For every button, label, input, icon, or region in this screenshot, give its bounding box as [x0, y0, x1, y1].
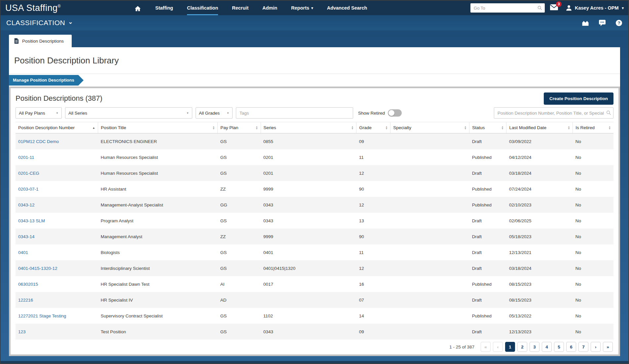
column-header-pay-plan[interactable]: Pay Plan▲▼ [218, 122, 261, 133]
manage-position-descriptions-ribbon[interactable]: Manage Position Descriptions [9, 75, 78, 86]
announcements-icon[interactable] [581, 19, 589, 26]
cell-pay-plan: GS [218, 133, 261, 150]
position-description-link[interactable]: 0203-07-1 [18, 187, 39, 192]
cell-position-title: Test Position [98, 324, 218, 340]
grades-value: All Grades [199, 111, 220, 116]
cell-last-modified-date: 07/24/2024 [506, 181, 573, 197]
cell-position-title: Human Resources Specialist [98, 165, 218, 181]
show-retired-control: Show Retired [358, 109, 402, 117]
column-header-grade[interactable]: Grade▲▼ [356, 122, 390, 133]
sort-icon: ▲▼ [385, 126, 388, 130]
pay-plans-filter[interactable]: All Pay Plans ▼ [16, 107, 62, 119]
cell-grade: 90 [356, 181, 390, 197]
cell-is-retired: No [573, 133, 613, 150]
page-button-7[interactable]: 7 [578, 342, 588, 352]
nav-item-staffing[interactable]: Staffing [155, 1, 173, 15]
position-description-link[interactable]: 0343-14 [18, 234, 35, 239]
column-header-series[interactable]: Series▲▼ [261, 122, 356, 133]
column-header-status[interactable]: Status▲▼ [469, 122, 506, 133]
nav-item-admin[interactable]: Admin [262, 1, 277, 15]
cell-grade: 90 [356, 229, 390, 244]
cell-grade: 16 [356, 276, 390, 292]
table-row: 0343-14Management AnalystZZ999990Draft05… [16, 229, 613, 244]
primary-nav: StaffingClassificationRecruitAdminReport… [134, 1, 367, 15]
pd-search-input[interactable] [494, 107, 613, 119]
position-description-link[interactable]: 0343-13 SLM [18, 218, 45, 223]
cell-pay-plan: ZZ [218, 181, 261, 197]
column-header-last-modified-date[interactable]: Last Modified Date▲▼ [506, 122, 573, 133]
position-description-link[interactable]: 123 [18, 329, 26, 334]
position-description-link[interactable]: 0401 [18, 250, 28, 255]
column-header-content: Status▲▼ [472, 125, 503, 130]
position-description-link[interactable]: 0401-0415-1320-12 [18, 266, 57, 271]
ribbon-band: Manage Position Descriptions [9, 74, 620, 87]
column-label: Grade [359, 125, 372, 130]
cell-status: Published [469, 149, 506, 165]
user-menu[interactable]: Kasey Acres - OPM ▾ [565, 4, 624, 12]
cell-status: Draft [469, 213, 506, 229]
nav-item-classification[interactable]: Classification [187, 1, 218, 15]
next-page-button[interactable]: › [591, 342, 601, 352]
cell-last-modified-date: 08/15/2023 [506, 292, 573, 308]
page-button-4[interactable]: 4 [542, 342, 552, 352]
cell-position-title: HR Specialist IV [98, 292, 218, 308]
series-filter[interactable]: All Series ▼ [65, 107, 192, 119]
cell-position-description-number: 0401-0415-1320-12 [16, 260, 98, 276]
cell-is-retired: No [573, 276, 613, 292]
create-position-description-button[interactable]: Create Position Description [544, 92, 613, 105]
home-icon[interactable] [134, 1, 141, 15]
goto-input[interactable] [470, 3, 545, 13]
cell-series: 0201 [261, 149, 356, 165]
position-description-link[interactable]: 12272021 Stage Testing [18, 313, 66, 318]
column-header-position-title[interactable]: Position Title▲▼ [98, 122, 218, 133]
column-header-specialty[interactable]: Specialty▲▼ [390, 122, 469, 133]
column-header-is-retired[interactable]: Is Retired▲▼ [573, 122, 613, 133]
page-button-6[interactable]: 6 [566, 342, 576, 352]
cell-pay-plan: GS [218, 308, 261, 324]
page-button-3[interactable]: 3 [530, 342, 539, 352]
grades-filter[interactable]: All Grades ▼ [196, 107, 233, 119]
page-button-1[interactable]: 1 [505, 342, 515, 352]
cell-status: Draft [469, 229, 506, 244]
cell-pay-plan: ZZ [218, 229, 261, 244]
search-icon[interactable] [537, 5, 542, 12]
column-header-position-description-number[interactable]: Position Description Number▲ [16, 122, 98, 133]
cell-position-description-number: 01PM12 CDC Demo [16, 133, 98, 150]
column-header-content: Position Title▲▼ [101, 125, 215, 130]
cell-pay-plan: GS [218, 260, 261, 276]
tags-input[interactable] [236, 107, 353, 119]
sort-icon: ▲▼ [256, 126, 258, 130]
cell-position-title: HR Assistant [98, 181, 218, 197]
last-page-button[interactable]: » [603, 342, 613, 352]
feedback-chat-icon[interactable] [598, 19, 606, 26]
section-title-menu[interactable]: CLASSIFICATION ⌄ [6, 19, 73, 27]
cell-series: 0855 [261, 133, 356, 150]
help-icon[interactable]: ? [615, 19, 623, 27]
table-row: 0343-12Management-Analyst SpecialistGG03… [16, 197, 613, 213]
cell-position-title: Human Resources Specialist [98, 149, 218, 165]
cell-position-title: Supervisory Contract Specialist [98, 308, 218, 324]
page-button-2[interactable]: 2 [517, 342, 527, 352]
cell-grade: 09 [356, 133, 390, 150]
position-description-link[interactable]: 122216 [18, 298, 33, 303]
position-description-link[interactable]: 06302015 [18, 282, 38, 287]
cell-grade: 12 [356, 197, 390, 213]
search-icon[interactable] [606, 110, 611, 117]
cell-status: Draft [469, 244, 506, 260]
chevron-down-icon: ▼ [227, 112, 229, 115]
position-description-link[interactable]: 0201-CEG [18, 171, 39, 176]
panel-header: Position Descriptions (387) Create Posit… [16, 92, 613, 105]
messages-icon[interactable]: 3 [550, 4, 558, 12]
show-retired-toggle[interactable] [388, 109, 402, 117]
page-button-5[interactable]: 5 [554, 342, 564, 352]
tab-position-descriptions[interactable]: Position Descriptions [9, 35, 72, 47]
position-description-link[interactable]: 0343-12 [18, 202, 35, 207]
sort-icon: ▲▼ [568, 126, 570, 130]
position-description-link[interactable]: 0201-11 [18, 155, 34, 160]
cell-position-description-number: 0201-CEG [16, 165, 98, 181]
nav-item-advanced-search[interactable]: Advanced Search [327, 1, 367, 15]
nav-item-reports[interactable]: Reports▾ [291, 1, 313, 15]
position-description-link[interactable]: 01PM12 CDC Demo [18, 139, 59, 144]
chevron-down-icon: ▾ [311, 6, 313, 10]
nav-item-recruit[interactable]: Recruit [232, 1, 248, 15]
